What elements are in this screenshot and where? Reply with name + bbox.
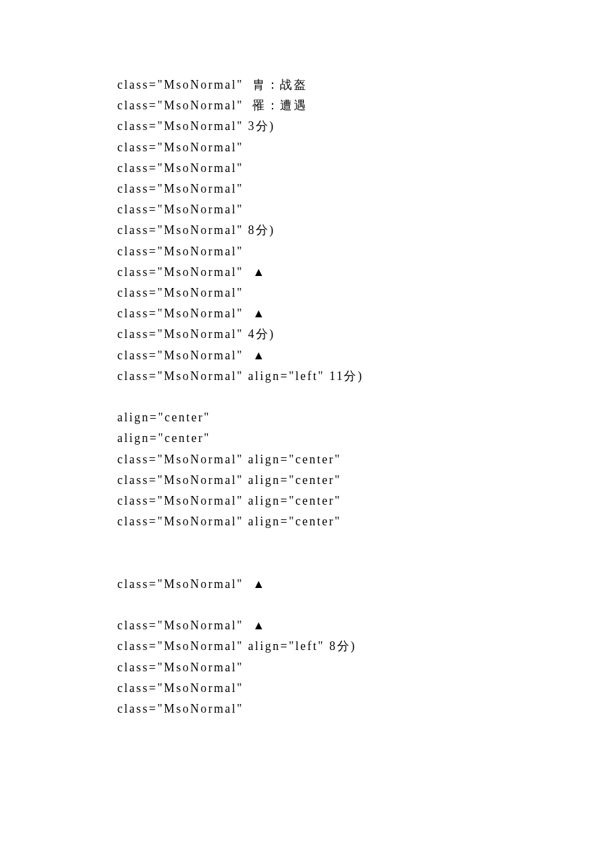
text-line: class="MsoNormal" align="center"	[117, 449, 613, 470]
text-line: class="MsoNormal" 4分)	[117, 324, 613, 345]
text-line: class="MsoNormal" 3分)	[117, 116, 613, 137]
text-line: class="MsoNormal" ▲	[117, 345, 613, 366]
text-line: class="MsoNormal" align="left" 11分)	[117, 366, 613, 387]
text-line: class="MsoNormal" ▲	[117, 574, 613, 595]
document-page: class="MsoNormal" 胄：战盔 class="MsoNormal"…	[0, 0, 613, 868]
text-line: class="MsoNormal"	[117, 678, 613, 699]
text-line: class="MsoNormal" 罹：遭遇	[117, 95, 613, 116]
blank-line	[117, 553, 613, 574]
text-line: class="MsoNormal"	[117, 137, 613, 158]
text-line: class="MsoNormal"	[117, 283, 613, 303]
text-line: class="MsoNormal" ▲	[117, 615, 613, 636]
text-line: class="MsoNormal"	[117, 179, 613, 199]
text-line: class="MsoNormal"	[117, 158, 613, 179]
text-line: class="MsoNormal" 8分)	[117, 220, 613, 241]
text-line: class="MsoNormal"	[117, 199, 613, 220]
text-line: class="MsoNormal"	[117, 657, 613, 678]
text-line: align="center"	[117, 407, 613, 428]
text-line: class="MsoNormal" ▲	[117, 262, 613, 283]
text-line: class="MsoNormal" ▲	[117, 303, 613, 324]
blank-line	[117, 532, 613, 553]
text-line: class="MsoNormal"	[117, 241, 613, 262]
text-line: class="MsoNormal" align="center"	[117, 491, 613, 511]
text-line: class="MsoNormal" align="left" 8分)	[117, 636, 613, 657]
text-line: class="MsoNormal" align="center"	[117, 470, 613, 491]
blank-line	[117, 595, 613, 615]
text-line: class="MsoNormal"	[117, 699, 613, 719]
text-line: align="center"	[117, 428, 613, 449]
text-line: class="MsoNormal" 胄：战盔	[117, 75, 613, 95]
text-line: class="MsoNormal" align="center"	[117, 511, 613, 532]
blank-line	[117, 387, 613, 407]
